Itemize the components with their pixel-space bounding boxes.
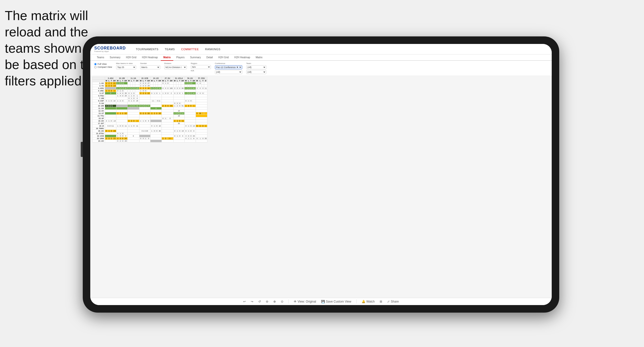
save-custom-label: Save Custom View bbox=[326, 300, 351, 303]
cell-ut-ucla-d: 1 bbox=[181, 92, 184, 95]
bottom-toolbar: ↩ ↪ ↺ ⊖ ⊕ ⊙ 👁 bbox=[90, 298, 552, 305]
subnav-matrix1[interactable]: Matrix bbox=[161, 54, 173, 61]
cell-uf-su-l: 1 bbox=[165, 117, 167, 120]
cell-unc-ua-l bbox=[130, 90, 133, 92]
nav-committee[interactable]: COMMITTEE bbox=[181, 47, 199, 52]
cell-ug-ucb: 0 1 0 23 bbox=[139, 130, 150, 132]
subnav-h2hheatmap2[interactable]: H2H Heatmap bbox=[232, 54, 253, 61]
cell-ug-ucla-t: 0 bbox=[179, 130, 181, 132]
row-fsu: 6. FSU 1 4 0 25 1 1 0 1 bbox=[93, 95, 207, 97]
toolbar-save-custom[interactable]: 💾 Save Custom View bbox=[321, 300, 351, 303]
row-label-ug: 20. UG bbox=[93, 130, 105, 132]
cell-au-asu-t: 0 bbox=[110, 82, 112, 85]
cell-uf-asu bbox=[105, 117, 116, 120]
cell-ui-su bbox=[162, 125, 173, 127]
cell-ttu-ua bbox=[127, 115, 139, 117]
cell-ua11-asu bbox=[105, 107, 116, 110]
cell-ug-uw bbox=[116, 130, 128, 132]
subnav-teams[interactable]: Teams bbox=[94, 54, 107, 61]
division-select[interactable]: NCAA Division I NCAA Division II NCAA Di… bbox=[164, 65, 187, 69]
subnav-detail[interactable]: Detail bbox=[204, 54, 215, 61]
cell-uo16-asu-t: 0 bbox=[110, 120, 112, 122]
cell-unc-ucb-l: 0 bbox=[142, 90, 144, 92]
subnav-h2hheatmap1[interactable]: H2H Heatmap bbox=[139, 54, 160, 61]
cell-asu-ua-w: 5 bbox=[127, 87, 130, 90]
cell-ut-ucla-l: 2 bbox=[176, 92, 179, 95]
subnav-h2hgrid1[interactable]: H2H Grid bbox=[123, 54, 139, 61]
cell-vu-uu-t bbox=[190, 85, 192, 87]
cell-ucb-uw-d: 3 bbox=[124, 135, 127, 137]
col-w-ucb: W bbox=[139, 80, 142, 82]
cell-ui-uw-t: 0 bbox=[122, 125, 124, 127]
subnav-summary2[interactable]: Summary bbox=[188, 54, 203, 61]
subnav-h2hgrid2[interactable]: H2H Grid bbox=[216, 54, 231, 61]
toolbar-undo[interactable]: ↩ bbox=[243, 300, 246, 303]
compact-view-radio[interactable]: Compact View bbox=[94, 66, 112, 68]
conference-sub-select[interactable]: (All) bbox=[215, 70, 242, 74]
toolbar-layout[interactable]: ⊞ bbox=[380, 300, 382, 303]
cell-ut-uo-d: 1 bbox=[158, 92, 162, 95]
cell-asu-ua-t: 0 bbox=[133, 87, 135, 90]
cell-ut13-uo-d: 26 bbox=[158, 112, 162, 115]
subnav-players[interactable]: Players bbox=[174, 54, 187, 61]
cell-asu-uw-t: 0 bbox=[122, 87, 124, 90]
nav-teams[interactable]: TEAMS bbox=[165, 47, 175, 52]
row-label-asu: 3. ASU bbox=[93, 87, 105, 90]
toolbar-redo[interactable]: ↪ bbox=[251, 300, 253, 303]
subnav-summary1[interactable]: Summary bbox=[107, 54, 123, 61]
cell-uo16-ucb-d: 0 bbox=[147, 120, 150, 122]
cell-uo16-ucla-t: 0 bbox=[179, 120, 181, 122]
cell-au-uw-l: 0 bbox=[119, 82, 121, 85]
toolbar-refresh[interactable]: ↺ bbox=[258, 300, 261, 303]
gender-select[interactable]: Men's Women's bbox=[140, 65, 160, 69]
toolbar-zoom-in[interactable]: ⊕ bbox=[273, 300, 276, 303]
cell-ucb-uw-l: 3 bbox=[119, 135, 121, 137]
cell-ttu-uo bbox=[150, 115, 162, 117]
toolbar-zoom-out[interactable]: ⊖ bbox=[266, 300, 268, 303]
cell-au-uo-l bbox=[153, 82, 155, 85]
cell-ucb-self bbox=[139, 135, 150, 137]
cell-ui-uw-d: 11 bbox=[124, 125, 127, 127]
cell-vu-ucb-t: 0 bbox=[144, 85, 147, 87]
full-view-radio[interactable]: Full View bbox=[94, 63, 112, 65]
conference-select[interactable]: Pac-12 Conference ▼ (All) ACC Big Ten bbox=[215, 65, 242, 69]
col-l-ucla: L bbox=[176, 80, 179, 82]
cell-uv-ucla: 15 bbox=[173, 110, 185, 112]
cell-uw-uu-l: 4 bbox=[187, 105, 190, 107]
toolbar-watch[interactable]: 🔔 Watch bbox=[362, 300, 375, 303]
cell-ui-asu: 0 2 0 11 bbox=[105, 125, 116, 127]
cell-ut13-osu-d bbox=[204, 112, 207, 115]
cell-unc-uw-w: 0 bbox=[116, 90, 119, 92]
cell-ttu-uw bbox=[116, 115, 128, 117]
cell-etsu-uw-t: 0 bbox=[122, 132, 124, 135]
cell-asu-uo-t: 0 bbox=[156, 87, 158, 90]
cell-uo16-ucla-w: 1 bbox=[173, 120, 176, 122]
subnav-matrix2[interactable]: Matrix bbox=[253, 54, 265, 61]
logo-sub: Powered by clippd bbox=[94, 50, 126, 52]
cell-uo16-osu bbox=[196, 120, 207, 122]
team-sub-select[interactable]: (All) bbox=[246, 70, 266, 74]
cell-uaf-uw-t: 0 bbox=[122, 100, 124, 102]
toolbar-share[interactable]: ⤢ Share bbox=[387, 300, 399, 303]
cell-fsu-uw-d: 25 bbox=[124, 95, 127, 97]
full-view-input[interactable] bbox=[94, 63, 97, 65]
nav-tournaments[interactable]: TOURNAMENTS bbox=[136, 47, 158, 52]
compact-view-input[interactable] bbox=[94, 66, 97, 68]
cell-uaf-uo: 1 1 bbox=[150, 100, 156, 102]
max-teams-select[interactable]: Top 25 Top 10 Top 50 bbox=[116, 65, 136, 69]
cell-vu-ua-w bbox=[127, 85, 130, 87]
cell-uw-uo bbox=[150, 105, 162, 107]
cell-um-uo bbox=[150, 97, 162, 100]
cell-fsu-ua-d: 1 bbox=[135, 95, 139, 97]
toolbar-view-original[interactable]: 👁 View: Original bbox=[294, 300, 316, 303]
cell-ut-ua-w: 0 bbox=[127, 92, 130, 95]
cell-ut13-osu-w: 0 bbox=[196, 112, 199, 115]
region-select[interactable]: N/A East West bbox=[191, 65, 211, 69]
nav-rankings[interactable]: RANKINGS bbox=[205, 47, 220, 52]
cell-git-ucla: 30 bbox=[173, 122, 185, 125]
col-w-ucla: W bbox=[173, 80, 176, 82]
cell-au-uu-w: 0 bbox=[185, 82, 188, 85]
team-filter-group: Team (All) (All) bbox=[246, 62, 266, 74]
team-select[interactable]: (All) bbox=[246, 65, 266, 69]
toolbar-reset[interactable]: ⊙ bbox=[281, 300, 283, 303]
